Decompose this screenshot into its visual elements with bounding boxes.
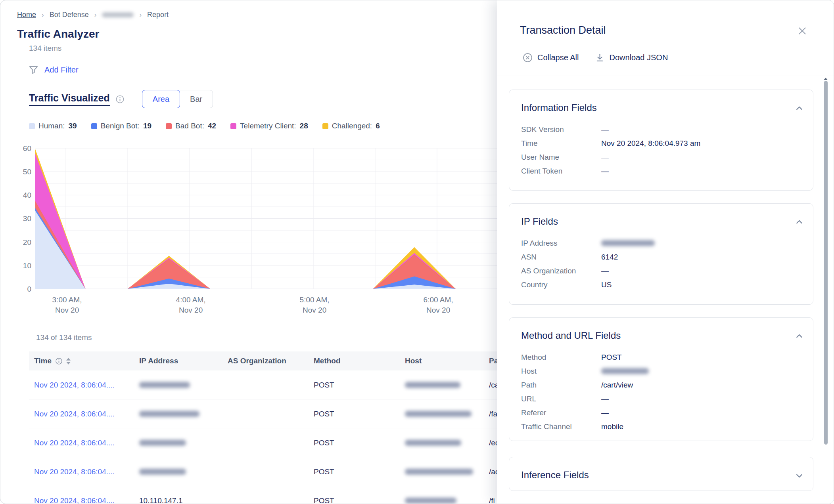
- toggle-bar-button[interactable]: Bar: [180, 90, 213, 108]
- field-value: mobile: [601, 422, 623, 431]
- field-label: Path: [521, 381, 601, 389]
- transaction-time-link[interactable]: Nov 20 2024, 8:06:04....: [34, 410, 115, 418]
- section-title[interactable]: IP Fields: [521, 216, 558, 227]
- legend-item[interactable]: Benign Bot: 19: [91, 122, 151, 130]
- collapse-all-button[interactable]: Collapse All: [523, 53, 579, 63]
- legend-swatch: [91, 123, 97, 129]
- field-label: Method: [521, 353, 601, 362]
- field-row: SDK Version—: [521, 122, 801, 136]
- legend-swatch: [29, 123, 35, 129]
- info-icon[interactable]: [115, 95, 125, 104]
- legend-item[interactable]: Challenged: 6: [322, 122, 380, 130]
- svg-text:4:00 AM,Nov 20: 4:00 AM,Nov 20: [176, 296, 206, 314]
- field-value: —: [601, 153, 609, 162]
- field-row: Referer—: [521, 406, 801, 420]
- legend-count: 19: [143, 122, 151, 130]
- field-row: URL—: [521, 392, 801, 406]
- column-header-time[interactable]: Time: [34, 351, 71, 370]
- cell-time: Nov 20 2024, 8:06:04....: [34, 486, 115, 504]
- field-row: Host: [521, 364, 801, 378]
- chart-legend: Human: 39Benign Bot: 19Bad Bot: 42Teleme…: [29, 122, 380, 130]
- cell-method: POST: [314, 370, 334, 399]
- field-value: —: [601, 125, 609, 134]
- info-icon[interactable]: [55, 357, 63, 365]
- legend-item[interactable]: Telemetry Client: 28: [230, 122, 308, 130]
- panel-section-card: Information FieldsSDK Version—TimeNov 20…: [509, 90, 813, 191]
- download-json-button[interactable]: Download JSON: [595, 53, 668, 63]
- breadcrumb-redacted-item[interactable]: [102, 12, 134, 17]
- table-row[interactable]: Nov 20 2024, 8:06:04....POST/ac: [29, 457, 499, 486]
- table-row[interactable]: Nov 20 2024, 8:06:04....POST/ec: [29, 428, 499, 457]
- transactions-table: Time IP Address AS Organization Method H…: [29, 351, 499, 504]
- collapse-all-label: Collapse All: [537, 53, 579, 62]
- legend-label: Human:: [38, 122, 65, 130]
- cell-host: [405, 428, 461, 457]
- field-row: TimeNov 20 2024, 8:06:04.973 am: [521, 136, 801, 150]
- cell-ip-address: [139, 399, 199, 428]
- cell-path: /fa: [489, 399, 497, 428]
- chevron-down-icon[interactable]: [794, 471, 804, 482]
- breadcrumb-bot-defense-link[interactable]: Bot Defense: [50, 11, 89, 19]
- column-header-as-organization[interactable]: AS Organization: [228, 351, 286, 370]
- legend-count: 6: [376, 122, 380, 130]
- blurred-field-value: [601, 240, 655, 246]
- transaction-time-link[interactable]: Nov 20 2024, 8:06:04....: [34, 439, 115, 447]
- cell-time: Nov 20 2024, 8:06:04....: [34, 399, 115, 428]
- table-row[interactable]: Nov 20 2024, 8:06:04....POST/fa: [29, 399, 499, 428]
- cell-ip-address: [139, 428, 186, 457]
- field-label: ASN: [521, 253, 601, 262]
- panel-actions: Collapse All Download JSON: [523, 53, 668, 63]
- section-title[interactable]: Inference Fields: [521, 470, 589, 481]
- field-label: URL: [521, 395, 601, 403]
- table-header-row: Time IP Address AS Organization Method H…: [29, 351, 499, 370]
- cell-method: POST: [314, 486, 334, 504]
- close-icon[interactable]: [796, 25, 808, 37]
- blurred-host-value: [405, 440, 461, 446]
- field-row: Traffic Channelmobile: [521, 420, 801, 433]
- scroll-up-arrow-icon[interactable]: [824, 78, 828, 80]
- cell-host: [405, 486, 456, 504]
- traffic-visualized-title[interactable]: Traffic Visualized: [29, 92, 110, 106]
- blurred-host-value: [405, 469, 473, 475]
- cell-time: Nov 20 2024, 8:06:04....: [34, 457, 115, 486]
- legend-item[interactable]: Bad Bot: 42: [166, 122, 216, 130]
- column-header-host[interactable]: Host: [405, 351, 422, 370]
- breadcrumb-home-link[interactable]: Home: [17, 11, 36, 19]
- section-title[interactable]: Method and URL Fields: [521, 330, 621, 341]
- chevron-up-icon[interactable]: [794, 331, 804, 343]
- transaction-time-link[interactable]: Nov 20 2024, 8:06:04....: [34, 496, 115, 504]
- toggle-area-button[interactable]: Area: [142, 90, 180, 108]
- sort-icon[interactable]: [66, 358, 71, 365]
- cell-method: POST: [314, 428, 334, 457]
- panel-section-card: Inference Fields: [509, 457, 813, 491]
- field-value: —: [601, 167, 609, 176]
- download-json-label: Download JSON: [610, 53, 668, 62]
- field-value: —: [601, 395, 609, 403]
- panel-scrollbar[interactable]: [824, 81, 828, 445]
- chevron-up-icon[interactable]: [794, 217, 804, 229]
- table-row[interactable]: Nov 20 2024, 8:06:04....10.110.147.1POST…: [29, 486, 499, 504]
- table-row[interactable]: Nov 20 2024, 8:06:04....POST/cart/view: [29, 370, 499, 399]
- chevron-right-icon: ›: [94, 11, 97, 19]
- field-row: IP Address: [521, 236, 801, 250]
- chevron-up-icon[interactable]: [794, 103, 804, 115]
- cell-ip-address: [139, 457, 186, 486]
- breadcrumb-report[interactable]: Report: [147, 11, 169, 19]
- field-row: Client Token—: [521, 164, 801, 178]
- legend-item[interactable]: Human: 39: [29, 122, 77, 130]
- field-label: Client Token: [521, 167, 601, 176]
- column-header-method[interactable]: Method: [314, 351, 341, 370]
- cell-host: [405, 457, 473, 486]
- section-rows: SDK Version—TimeNov 20 2024, 8:06:04.973…: [521, 122, 801, 178]
- field-row: User Name—: [521, 150, 801, 164]
- section-title[interactable]: Information Fields: [521, 102, 597, 113]
- svg-text:6:00 AM,Nov 20: 6:00 AM,Nov 20: [424, 296, 453, 314]
- svg-text:10: 10: [23, 262, 31, 270]
- blurred-ip-value: [139, 469, 186, 475]
- add-filter-button[interactable]: Add Filter: [28, 65, 79, 75]
- transaction-time-link[interactable]: Nov 20 2024, 8:06:04....: [34, 381, 115, 389]
- field-row: CountryUS: [521, 278, 801, 292]
- transaction-time-link[interactable]: Nov 20 2024, 8:06:04....: [34, 468, 115, 476]
- column-header-ip-address[interactable]: IP Address: [139, 351, 178, 370]
- field-value: —: [601, 267, 609, 275]
